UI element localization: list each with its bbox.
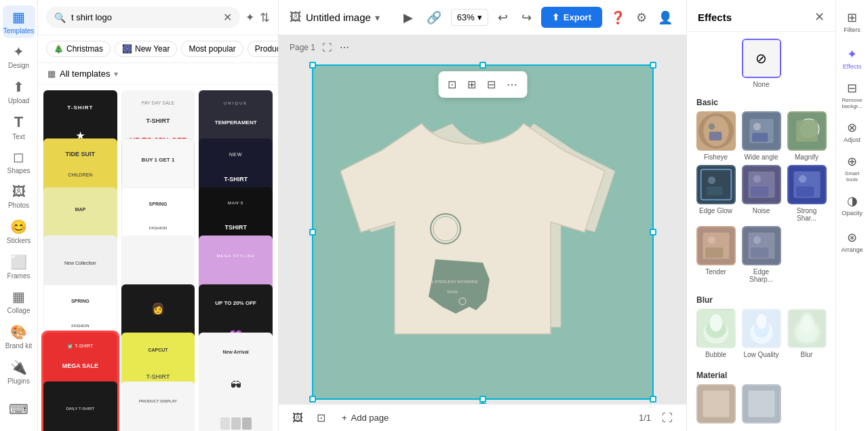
- play-button[interactable]: ▶: [399, 6, 417, 29]
- effect-label-edge-sharp: Edge Sharp...: [741, 268, 782, 283]
- filter-tag-popular[interactable]: Most popular: [181, 41, 243, 57]
- right-panel-smart-tools[interactable]: ⊕ Smart tools: [839, 152, 866, 185]
- export-button[interactable]: ⬆ Export: [541, 7, 602, 28]
- title-chevron-icon[interactable]: ▾: [375, 12, 380, 23]
- right-panel-opacity[interactable]: ◑ Opacity: [839, 189, 866, 221]
- effects-label: Effects: [843, 63, 861, 70]
- sidebar-item-design[interactable]: ✦ Design: [3, 41, 35, 73]
- page-counter: 1/1: [639, 413, 651, 423]
- sidebar-label-stickers: Stickers: [7, 237, 31, 244]
- effect-fisheye[interactable]: Fisheye: [695, 111, 736, 161]
- svg-rect-52: [748, 390, 774, 417]
- effect-low-quality[interactable]: Low Quality: [741, 309, 782, 358]
- effect-label-fisheye: Fisheye: [704, 153, 728, 161]
- filters-icon: ⊞: [847, 10, 857, 25]
- effects-icon: ✦: [847, 47, 857, 62]
- effect-wide-angle[interactable]: Wide angle: [741, 111, 782, 161]
- right-panel-arrange[interactable]: ⊛ Arrange: [839, 225, 866, 258]
- all-templates-row[interactable]: ▦ All templates ▾: [38, 63, 278, 85]
- handle-tr[interactable]: [650, 62, 656, 69]
- right-panel-remove-bg[interactable]: ⊟ Remove backgr...: [839, 79, 866, 111]
- effect-blur[interactable]: Blur: [786, 309, 827, 358]
- tshirt-svg: AN ENDLESS WONDER TEXAS: [340, 96, 625, 368]
- handle-mr[interactable]: [650, 229, 656, 236]
- copy-page-button[interactable]: ⊡: [314, 409, 328, 427]
- sidebar-item-upload[interactable]: ⬆ Upload: [3, 75, 35, 108]
- align-button[interactable]: ⊞: [463, 74, 480, 95]
- settings-button[interactable]: ⚙: [633, 7, 650, 28]
- handle-br[interactable]: [650, 396, 656, 402]
- page-options-button[interactable]: ⋯: [338, 41, 351, 54]
- document-title: Untitled image: [306, 12, 371, 23]
- magic-search-button[interactable]: ✦: [245, 11, 254, 24]
- adjust-icon: ⊗: [847, 120, 857, 135]
- expand-button[interactable]: ⛶: [659, 409, 675, 427]
- flip-button[interactable]: ⊟: [483, 74, 500, 95]
- filter-button[interactable]: ⇅: [260, 10, 270, 25]
- effect-noise[interactable]: Noise: [741, 165, 782, 222]
- undo-button[interactable]: ↩: [494, 6, 512, 29]
- page-fullscreen-button[interactable]: ⛶: [321, 41, 333, 54]
- sidebar-label-frames: Frames: [7, 272, 31, 280]
- effect-material-2[interactable]: [741, 384, 782, 426]
- rotate-handle[interactable]: ↻: [475, 402, 490, 405]
- sidebar-item-plugins[interactable]: 🔌 Plugins: [3, 356, 35, 388]
- filter-tag-product[interactable]: Product Display: [248, 41, 278, 57]
- template-card[interactable]: DAILY T-SHIRT: [43, 381, 117, 431]
- right-panel-filters[interactable]: ⊞ Filters: [839, 5, 866, 38]
- sidebar-item-keyboard[interactable]: ⌨: [3, 393, 35, 426]
- sidebar-item-stickers[interactable]: 😊 Stickers: [3, 215, 35, 248]
- handle-tl[interactable]: [309, 62, 316, 69]
- help-button[interactable]: ❓: [608, 7, 628, 28]
- canvas-frame[interactable]: ↻ ⊡ ⊞ ⊟ ⋯: [313, 66, 652, 398]
- add-page-button[interactable]: + Add page: [336, 410, 394, 426]
- effects-close-button[interactable]: ✕: [814, 10, 825, 24]
- effect-magnify[interactable]: Magnify: [786, 111, 827, 161]
- keyboard-icon: ⌨: [9, 401, 28, 417]
- sidebar-label-design: Design: [8, 62, 29, 69]
- sidebar-label-plugins: Plugins: [7, 377, 30, 385]
- effect-material-1[interactable]: [695, 384, 736, 426]
- sidebar-item-brand[interactable]: 🎨 Brand kit: [3, 320, 35, 353]
- share-button[interactable]: 🔗: [422, 6, 446, 29]
- right-panel-adjust[interactable]: ⊗ Adjust: [839, 115, 866, 148]
- effect-strong-sharp[interactable]: Strong Shar...: [786, 165, 827, 222]
- sidebar-item-frames[interactable]: ⬜ Frames: [3, 250, 35, 283]
- handle-bl[interactable]: [309, 396, 316, 402]
- sidebar-item-shapes[interactable]: ◻ Shapes: [3, 145, 35, 178]
- crop-button[interactable]: ⊡: [443, 74, 460, 95]
- redo-button[interactable]: ↪: [517, 6, 536, 29]
- sidebar-item-templates[interactable]: ▦ Templates: [3, 5, 35, 38]
- effect-thumb-noise: [742, 165, 781, 204]
- sidebar-label-shapes: Shapes: [7, 167, 31, 174]
- search-input[interactable]: t shirt logo: [71, 12, 218, 22]
- filter-tag-newyear[interactable]: 🎆 New Year: [115, 41, 177, 57]
- zoom-control[interactable]: 63% ▾: [451, 9, 488, 26]
- handle-bc[interactable]: [479, 396, 486, 402]
- effect-bubble[interactable]: Bubble: [695, 309, 736, 358]
- sidebar-item-collage[interactable]: ▦ Collage: [3, 286, 35, 318]
- right-panel-effects[interactable]: ✦ Effects: [839, 42, 866, 75]
- effect-label-edge-glow: Edge Glow: [699, 207, 732, 214]
- section-title-blur: Blur: [687, 288, 835, 309]
- more-button[interactable]: ⋯: [502, 74, 521, 95]
- search-input-wrap[interactable]: 🔍 t shirt logo ✕: [46, 7, 240, 28]
- canvas-toolbar-right: ▶ 🔗 63% ▾ ↩ ↪ ⬆ Export ❓ ⚙ 👤: [399, 6, 675, 29]
- filter-tag-christmas[interactable]: 🎄 Christmas: [46, 41, 111, 57]
- template-card[interactable]: New Arrival 🕶: [199, 333, 273, 431]
- profile-button[interactable]: 👤: [655, 7, 675, 28]
- effect-edge-glow[interactable]: Edge Glow: [695, 165, 736, 222]
- search-clear-button[interactable]: ✕: [223, 11, 232, 24]
- svg-rect-37: [751, 248, 768, 258]
- sidebar-item-text[interactable]: T Text: [3, 111, 35, 143]
- page-current: 1: [639, 413, 644, 423]
- effect-edge-sharp[interactable]: Edge Sharp...: [741, 226, 782, 283]
- sidebar-item-photos[interactable]: 🖼 Photos: [3, 181, 35, 213]
- handle-ml[interactable]: [309, 229, 316, 236]
- effect-none[interactable]: ⊘ None: [696, 39, 826, 88]
- handle-tc[interactable]: [479, 62, 486, 69]
- effect-label-blur: Blur: [801, 351, 813, 358]
- effect-tender[interactable]: Tender: [695, 226, 736, 283]
- thumbnail-button[interactable]: 🖼: [290, 409, 306, 427]
- template-card[interactable]: PRODUCT DISPLAY 👕 COLLECTION: [121, 381, 195, 431]
